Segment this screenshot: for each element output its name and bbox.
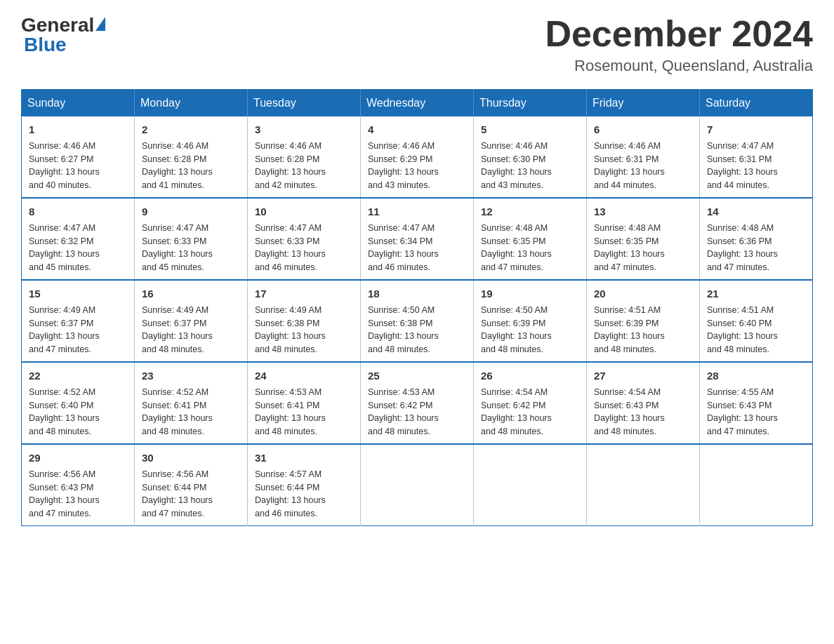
weekday-header-wednesday: Wednesday xyxy=(361,90,474,117)
day-number: 10 xyxy=(255,204,353,219)
calendar-cell: 15Sunrise: 4:49 AMSunset: 6:37 PMDayligh… xyxy=(22,280,135,362)
day-sun-info: Sunrise: 4:56 AMSunset: 6:43 PMDaylight:… xyxy=(29,469,100,518)
day-number: 13 xyxy=(594,204,692,219)
day-sun-info: Sunrise: 4:46 AMSunset: 6:30 PMDaylight:… xyxy=(481,141,552,190)
calendar-cell: 25Sunrise: 4:53 AMSunset: 6:42 PMDayligh… xyxy=(361,362,474,444)
calendar-week-row: 22Sunrise: 4:52 AMSunset: 6:40 PMDayligh… xyxy=(22,362,813,444)
calendar-cell: 13Sunrise: 4:48 AMSunset: 6:35 PMDayligh… xyxy=(587,198,700,280)
month-title: December 2024 xyxy=(545,14,813,54)
day-number: 15 xyxy=(29,286,127,301)
day-number: 26 xyxy=(481,368,579,383)
day-sun-info: Sunrise: 4:47 AMSunset: 6:32 PMDaylight:… xyxy=(29,223,100,272)
day-number: 28 xyxy=(707,368,805,383)
page-header: General Blue December 2024 Rosemount, Qu… xyxy=(21,14,813,75)
calendar-cell: 8Sunrise: 4:47 AMSunset: 6:32 PMDaylight… xyxy=(22,198,135,280)
weekday-header-row: SundayMondayTuesdayWednesdayThursdayFrid… xyxy=(22,90,813,117)
day-number: 23 xyxy=(142,368,240,383)
day-number: 16 xyxy=(142,286,240,301)
day-sun-info: Sunrise: 4:49 AMSunset: 6:38 PMDaylight:… xyxy=(255,305,326,354)
day-number: 1 xyxy=(29,122,127,137)
day-number: 8 xyxy=(29,204,127,219)
calendar-cell: 7Sunrise: 4:47 AMSunset: 6:31 PMDaylight… xyxy=(700,116,813,198)
day-sun-info: Sunrise: 4:53 AMSunset: 6:42 PMDaylight:… xyxy=(368,387,439,436)
calendar-week-row: 15Sunrise: 4:49 AMSunset: 6:37 PMDayligh… xyxy=(22,280,813,362)
calendar-cell: 1Sunrise: 4:46 AMSunset: 6:27 PMDaylight… xyxy=(22,116,135,198)
day-number: 29 xyxy=(29,450,127,465)
day-number: 25 xyxy=(368,368,466,383)
day-sun-info: Sunrise: 4:51 AMSunset: 6:39 PMDaylight:… xyxy=(594,305,665,354)
calendar-cell: 6Sunrise: 4:46 AMSunset: 6:31 PMDaylight… xyxy=(587,116,700,198)
calendar-cell: 29Sunrise: 4:56 AMSunset: 6:43 PMDayligh… xyxy=(22,444,135,526)
logo: General Blue xyxy=(21,14,105,56)
day-sun-info: Sunrise: 4:46 AMSunset: 6:29 PMDaylight:… xyxy=(368,141,439,190)
weekday-header-saturday: Saturday xyxy=(700,90,813,117)
day-sun-info: Sunrise: 4:47 AMSunset: 6:33 PMDaylight:… xyxy=(255,223,326,272)
calendar-cell: 10Sunrise: 4:47 AMSunset: 6:33 PMDayligh… xyxy=(248,198,361,280)
day-number: 6 xyxy=(594,122,692,137)
calendar-table: SundayMondayTuesdayWednesdayThursdayFrid… xyxy=(21,89,813,526)
calendar-cell: 17Sunrise: 4:49 AMSunset: 6:38 PMDayligh… xyxy=(248,280,361,362)
calendar-cell: 11Sunrise: 4:47 AMSunset: 6:34 PMDayligh… xyxy=(361,198,474,280)
calendar-cell xyxy=(700,444,813,526)
day-sun-info: Sunrise: 4:55 AMSunset: 6:43 PMDaylight:… xyxy=(707,387,778,436)
weekday-header-thursday: Thursday xyxy=(474,90,587,117)
logo-blue-text: Blue xyxy=(24,34,67,55)
day-number: 12 xyxy=(481,204,579,219)
calendar-cell xyxy=(361,444,474,526)
calendar-cell: 2Sunrise: 4:46 AMSunset: 6:28 PMDaylight… xyxy=(135,116,248,198)
calendar-cell: 26Sunrise: 4:54 AMSunset: 6:42 PMDayligh… xyxy=(474,362,587,444)
day-number: 9 xyxy=(142,204,240,219)
calendar-cell: 23Sunrise: 4:52 AMSunset: 6:41 PMDayligh… xyxy=(135,362,248,444)
day-number: 14 xyxy=(707,204,805,219)
day-number: 22 xyxy=(29,368,127,383)
day-sun-info: Sunrise: 4:46 AMSunset: 6:28 PMDaylight:… xyxy=(142,141,213,190)
day-sun-info: Sunrise: 4:57 AMSunset: 6:44 PMDaylight:… xyxy=(255,469,326,518)
day-number: 11 xyxy=(368,204,466,219)
location-subtitle: Rosemount, Queensland, Australia xyxy=(545,57,813,75)
day-sun-info: Sunrise: 4:54 AMSunset: 6:43 PMDaylight:… xyxy=(594,387,665,436)
day-number: 17 xyxy=(255,286,353,301)
day-sun-info: Sunrise: 4:47 AMSunset: 6:31 PMDaylight:… xyxy=(707,141,778,190)
calendar-cell xyxy=(587,444,700,526)
calendar-cell: 16Sunrise: 4:49 AMSunset: 6:37 PMDayligh… xyxy=(135,280,248,362)
day-sun-info: Sunrise: 4:54 AMSunset: 6:42 PMDaylight:… xyxy=(481,387,552,436)
calendar-cell: 30Sunrise: 4:56 AMSunset: 6:44 PMDayligh… xyxy=(135,444,248,526)
weekday-header-tuesday: Tuesday xyxy=(248,90,361,117)
day-sun-info: Sunrise: 4:48 AMSunset: 6:36 PMDaylight:… xyxy=(707,223,778,272)
day-number: 18 xyxy=(368,286,466,301)
day-number: 21 xyxy=(707,286,805,301)
title-area: December 2024 Rosemount, Queensland, Aus… xyxy=(545,14,813,75)
day-sun-info: Sunrise: 4:49 AMSunset: 6:37 PMDaylight:… xyxy=(29,305,100,354)
day-number: 2 xyxy=(142,122,240,137)
weekday-header-monday: Monday xyxy=(135,90,248,117)
calendar-cell: 3Sunrise: 4:46 AMSunset: 6:28 PMDaylight… xyxy=(248,116,361,198)
day-number: 31 xyxy=(255,450,353,465)
calendar-cell: 12Sunrise: 4:48 AMSunset: 6:35 PMDayligh… xyxy=(474,198,587,280)
calendar-cell: 14Sunrise: 4:48 AMSunset: 6:36 PMDayligh… xyxy=(700,198,813,280)
day-number: 4 xyxy=(368,122,466,137)
calendar-cell: 22Sunrise: 4:52 AMSunset: 6:40 PMDayligh… xyxy=(22,362,135,444)
calendar-cell xyxy=(474,444,587,526)
weekday-header-friday: Friday xyxy=(587,90,700,117)
day-sun-info: Sunrise: 4:52 AMSunset: 6:41 PMDaylight:… xyxy=(142,387,213,436)
day-number: 3 xyxy=(255,122,353,137)
day-sun-info: Sunrise: 4:46 AMSunset: 6:31 PMDaylight:… xyxy=(594,141,665,190)
day-sun-info: Sunrise: 4:49 AMSunset: 6:37 PMDaylight:… xyxy=(142,305,213,354)
day-sun-info: Sunrise: 4:46 AMSunset: 6:27 PMDaylight:… xyxy=(29,141,100,190)
day-sun-info: Sunrise: 4:46 AMSunset: 6:28 PMDaylight:… xyxy=(255,141,326,190)
calendar-week-row: 8Sunrise: 4:47 AMSunset: 6:32 PMDaylight… xyxy=(22,198,813,280)
calendar-cell: 19Sunrise: 4:50 AMSunset: 6:39 PMDayligh… xyxy=(474,280,587,362)
day-sun-info: Sunrise: 4:50 AMSunset: 6:38 PMDaylight:… xyxy=(368,305,439,354)
calendar-cell: 4Sunrise: 4:46 AMSunset: 6:29 PMDaylight… xyxy=(361,116,474,198)
day-sun-info: Sunrise: 4:48 AMSunset: 6:35 PMDaylight:… xyxy=(481,223,552,272)
day-number: 5 xyxy=(481,122,579,137)
weekday-header-sunday: Sunday xyxy=(22,90,135,117)
calendar-cell: 28Sunrise: 4:55 AMSunset: 6:43 PMDayligh… xyxy=(700,362,813,444)
day-sun-info: Sunrise: 4:53 AMSunset: 6:41 PMDaylight:… xyxy=(255,387,326,436)
day-number: 19 xyxy=(481,286,579,301)
logo-triangle-icon xyxy=(95,17,105,31)
day-sun-info: Sunrise: 4:56 AMSunset: 6:44 PMDaylight:… xyxy=(142,469,213,518)
day-number: 20 xyxy=(594,286,692,301)
calendar-cell: 27Sunrise: 4:54 AMSunset: 6:43 PMDayligh… xyxy=(587,362,700,444)
day-sun-info: Sunrise: 4:52 AMSunset: 6:40 PMDaylight:… xyxy=(29,387,100,436)
